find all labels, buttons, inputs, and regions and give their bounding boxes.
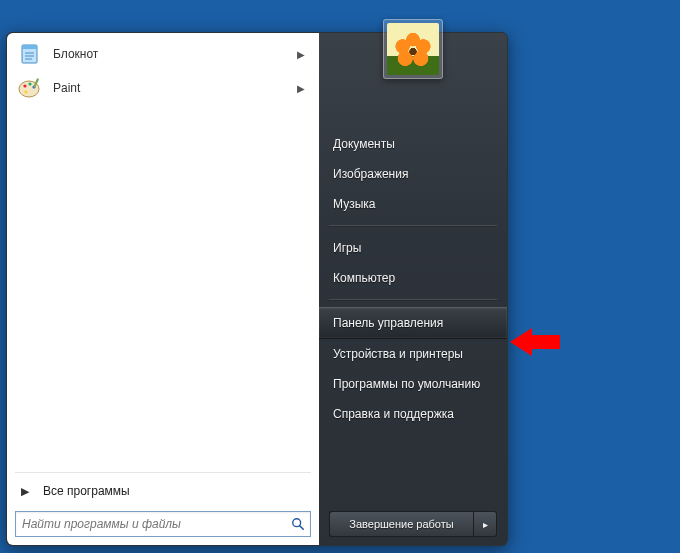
chevron-right-icon: ▶ — [297, 83, 305, 94]
right-panel-item[interactable]: Компьютер — [319, 263, 507, 293]
svg-point-9 — [24, 90, 27, 93]
right-panel-item[interactable]: Справка и поддержка — [319, 399, 507, 429]
program-item-notepad[interactable]: Блокнот ▶ — [11, 37, 315, 71]
chevron-right-icon: ▸ — [483, 519, 488, 530]
right-panel-item-label: Компьютер — [333, 271, 395, 285]
shutdown-button[interactable]: Завершение работы — [329, 511, 473, 537]
separator — [15, 472, 311, 473]
search-wrap — [11, 505, 315, 541]
program-list: Блокнот ▶ Paint — [11, 37, 315, 470]
right-panel-item-label: Справка и поддержка — [333, 407, 454, 421]
start-menu-right-panel: ДокументыИзображенияМузыкаИгрыКомпьютерП… — [319, 33, 507, 545]
separator — [329, 299, 497, 301]
program-label: Блокнот — [53, 47, 291, 61]
right-panel-list: ДокументыИзображенияМузыкаИгрыКомпьютерП… — [319, 123, 507, 435]
shutdown-label: Завершение работы — [349, 518, 453, 530]
notepad-icon — [17, 41, 43, 67]
svg-line-12 — [300, 526, 304, 530]
shutdown-row: Завершение работы ▸ — [319, 505, 507, 545]
paint-icon — [17, 75, 43, 101]
spacer — [319, 435, 507, 505]
right-panel-item-label: Документы — [333, 137, 395, 151]
right-panel-item[interactable]: Музыка — [319, 189, 507, 219]
right-panel-item-label: Панель управления — [333, 316, 443, 330]
right-panel-item[interactable]: Панель управления — [319, 307, 507, 339]
chevron-right-icon: ▶ — [21, 485, 29, 498]
user-picture-icon — [387, 23, 439, 75]
chevron-right-icon: ▶ — [297, 49, 305, 60]
search-input[interactable] — [16, 512, 286, 536]
svg-marker-13 — [510, 328, 560, 356]
svg-point-6 — [23, 84, 26, 87]
right-panel-item[interactable]: Устройства и принтеры — [319, 339, 507, 369]
user-picture-frame[interactable] — [383, 19, 443, 79]
annotation-arrow-icon — [510, 326, 560, 358]
separator — [329, 225, 497, 227]
svg-rect-1 — [22, 45, 37, 49]
desktop: Блокнот ▶ Paint — [0, 0, 680, 553]
program-label: Paint — [53, 81, 291, 95]
all-programs-button[interactable]: ▶ Все программы — [11, 477, 315, 505]
search-icon — [286, 512, 310, 536]
all-programs-label: Все программы — [43, 484, 130, 498]
right-panel-item-label: Устройства и принтеры — [333, 347, 463, 361]
start-menu: Блокнот ▶ Paint — [6, 32, 508, 546]
right-panel-item[interactable]: Документы — [319, 129, 507, 159]
right-panel-item[interactable]: Игры — [319, 233, 507, 263]
right-panel-item[interactable]: Программы по умолчанию — [319, 369, 507, 399]
search-box[interactable] — [15, 511, 311, 537]
start-menu-left-panel: Блокнот ▶ Paint — [7, 33, 319, 545]
program-item-paint[interactable]: Paint ▶ — [11, 71, 315, 105]
shutdown-options-button[interactable]: ▸ — [473, 511, 497, 537]
right-panel-item-label: Музыка — [333, 197, 375, 211]
right-panel-item-label: Игры — [333, 241, 361, 255]
svg-point-7 — [28, 82, 31, 85]
right-panel-item-label: Программы по умолчанию — [333, 377, 480, 391]
right-panel-item[interactable]: Изображения — [319, 159, 507, 189]
right-panel-item-label: Изображения — [333, 167, 408, 181]
